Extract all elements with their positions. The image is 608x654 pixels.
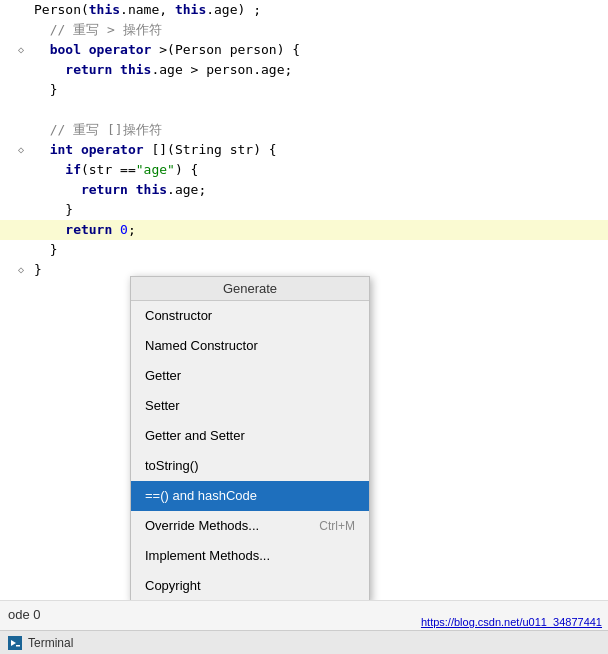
code-line: ◇ bool operator >(Person person) {	[0, 40, 608, 60]
dropdown-item-label: Constructor	[145, 305, 212, 327]
line-content: return this.age;	[30, 180, 608, 200]
code-line: // 重写 > 操作符	[0, 20, 608, 40]
dropdown-item[interactable]: Getter	[131, 361, 369, 391]
generate-dropdown: Generate ConstructorNamed ConstructorGet…	[130, 276, 370, 600]
code-line: ◇ int operator [](String str) {	[0, 140, 608, 160]
line-content: // 重写 > 操作符	[30, 20, 608, 40]
line-content: return this.age > person.age;	[30, 60, 608, 80]
dropdown-item-label: Copyright	[145, 575, 201, 597]
line-content: if(str =="age") {	[30, 160, 608, 180]
dropdown-item-label: toString()	[145, 455, 198, 477]
code-line: Person(this.name, this.age) ;	[0, 0, 608, 20]
code-line: }	[0, 200, 608, 220]
dropdown-item-label: ==() and hashCode	[145, 485, 257, 507]
code-line: // 重写 []操作符	[0, 120, 608, 140]
line-content: }	[30, 240, 608, 260]
dropdown-item-label: Setter	[145, 395, 180, 417]
code-line: }	[0, 80, 608, 100]
dropdown-item-label: Named Constructor	[145, 335, 258, 357]
svg-rect-1	[16, 645, 20, 647]
line-content: return 0;	[30, 220, 608, 240]
gutter-arrow: ◇	[18, 140, 24, 160]
code-line: }	[0, 240, 608, 260]
dropdown-item[interactable]: Implement Methods...	[131, 541, 369, 571]
dropdown-item-label: Override Methods...	[145, 515, 259, 537]
svg-marker-0	[11, 640, 16, 646]
dropdown-item[interactable]: Getter and Setter	[131, 421, 369, 451]
gutter-arrow: ◇	[18, 40, 24, 60]
line-content: int operator [](String str) {	[30, 140, 608, 160]
dropdown-item[interactable]: Setter	[131, 391, 369, 421]
link-text[interactable]: https://blog.csdn.net/u011_34877441	[415, 614, 608, 630]
dropdown-item-label: Getter and Setter	[145, 425, 245, 447]
line-content: Person(this.name, this.age) ;	[30, 0, 608, 20]
line-gutter: ◇	[0, 140, 30, 160]
code-line: return 0;	[0, 220, 608, 240]
dropdown-item[interactable]: toString()	[131, 451, 369, 481]
line-content: bool operator >(Person person) {	[30, 40, 608, 60]
dropdown-item[interactable]: Override Methods...Ctrl+M	[131, 511, 369, 541]
dropdown-item-label: Getter	[145, 365, 181, 387]
terminal-bar[interactable]: Terminal	[0, 630, 608, 654]
editor-area: Person(this.name, this.age) ; // 重写 > 操作…	[0, 0, 608, 600]
code-line	[0, 100, 608, 120]
dropdown-shortcut: Ctrl+M	[319, 515, 355, 537]
code-container: Person(this.name, this.age) ; // 重写 > 操作…	[0, 0, 608, 280]
code-line: if(str =="age") {	[0, 160, 608, 180]
gutter-arrow: ◇	[18, 260, 24, 280]
code-line: return this.age;	[0, 180, 608, 200]
line-gutter: ◇	[0, 40, 30, 60]
dropdown-item[interactable]: Named Constructor	[131, 331, 369, 361]
dropdown-item[interactable]: Copyright	[131, 571, 369, 600]
terminal-label: Terminal	[28, 636, 73, 650]
dropdown-item[interactable]: Constructor	[131, 301, 369, 331]
line-gutter: ◇	[0, 260, 30, 280]
dropdown-header: Generate	[131, 277, 369, 301]
line-content: // 重写 []操作符	[30, 120, 608, 140]
code-line: return this.age > person.age;	[0, 60, 608, 80]
line-content: }	[30, 200, 608, 220]
terminal-icon	[8, 636, 22, 650]
dropdown-item-label: Implement Methods...	[145, 545, 270, 567]
dropdown-item[interactable]: ==() and hashCode	[131, 481, 369, 511]
line-content: }	[30, 80, 608, 100]
